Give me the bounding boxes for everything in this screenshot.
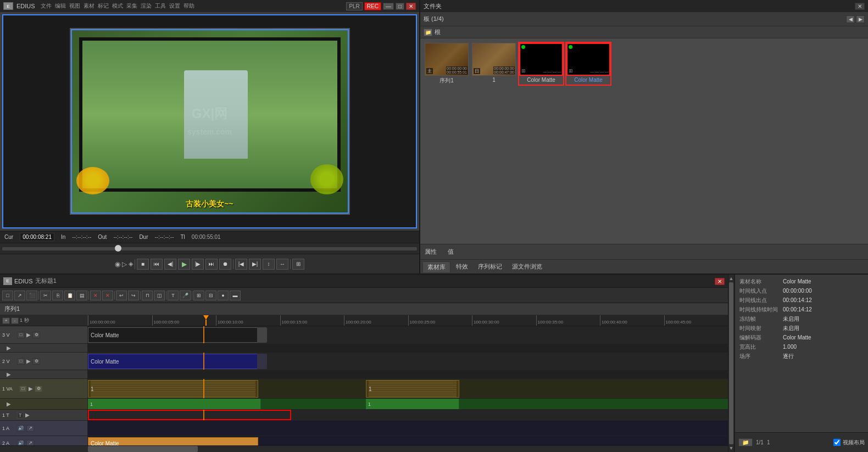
track-1va-settings-btn[interactable]: ⚙ [35, 386, 42, 392]
tl-btn-new[interactable]: □ [2, 291, 13, 300]
menu-render[interactable]: 渲染 [141, 2, 152, 10]
track-1va-sub-arrow[interactable]: ▶ [7, 401, 11, 407]
menu-view[interactable]: 视图 [69, 2, 80, 10]
track-1t-type[interactable]: T [17, 412, 24, 418]
track-content-1va: 1 1 [88, 379, 728, 398]
track-2v-expand[interactable]: ▶ [26, 358, 31, 364]
track-2v-settings-btn[interactable]: ⚙ [32, 358, 40, 365]
ruler-zoom-in[interactable]: + [2, 317, 10, 324]
footer-tab-fx[interactable]: 特效 [452, 261, 472, 272]
track-1a-mute[interactable]: 🔊 [17, 425, 25, 432]
tl-btn-match[interactable]: ⊓ [142, 291, 153, 300]
bin-folder-icon[interactable]: 📁 [424, 29, 432, 36]
tl-btn-grid[interactable]: ⊞ [193, 291, 204, 300]
tl-btn-mix[interactable]: ⊟ [205, 291, 216, 300]
track-3v-sync-btn[interactable]: □ [17, 332, 25, 338]
transport-mark-in[interactable]: |◀ [235, 259, 247, 270]
vscroll-thumb[interactable] [729, 282, 733, 444]
minimize-btn[interactable]: — [383, 3, 394, 10]
tl-btn-redo[interactable]: ↪ [128, 291, 139, 300]
transport-record[interactable]: ⏺ [219, 259, 231, 270]
tl-btn-delete2[interactable]: ✕ [102, 291, 113, 300]
transport-clip-out[interactable]: ↔ [276, 259, 288, 270]
menu-settings[interactable]: 设置 [169, 2, 180, 10]
transport-next-fast[interactable]: ⏭ [205, 259, 218, 270]
tl-btn-delete1[interactable]: ✕ [90, 291, 101, 300]
clip-label-1va: 1 [91, 386, 94, 392]
bin-item-colormatte2[interactable]: ⊞ —:—:—:— Color Matte [566, 43, 610, 85]
track-2a-row: 2 A 🔊 ↗ Color Matte [0, 436, 728, 445]
scrubber-handle[interactable] [115, 245, 121, 252]
vscroll-down[interactable]: ▼ [729, 445, 734, 451]
menu-mode[interactable]: 模式 [112, 2, 123, 10]
transport-trim[interactable]: ⊞ [292, 259, 304, 270]
track-1va-expand[interactable]: ▶ [29, 386, 33, 392]
tl-btn-open[interactable]: ↗ [14, 291, 25, 300]
track-3v-expand[interactable]: ▶ [26, 332, 31, 338]
props-folder-icon[interactable]: 📁 [738, 438, 753, 447]
bin-item-sequence1[interactable]: 主 00:00:00:0000:00:55:01 序列1 [425, 43, 469, 85]
maximize-btn[interactable]: □ [396, 3, 404, 10]
menu-capture[interactable]: 采集 [126, 2, 137, 10]
tl-btn-monitor[interactable]: ▬ [230, 291, 241, 300]
transport-next[interactable]: |▶ [192, 259, 204, 270]
bin-close-btn[interactable]: ✕ [855, 3, 865, 10]
clip-1va-second[interactable]: 1 [366, 380, 459, 398]
menu-tools[interactable]: 工具 [155, 2, 166, 10]
track-1va-sync-btn[interactable]: □ [19, 386, 27, 392]
track-3v-settings-btn[interactable]: ⚙ [32, 332, 40, 338]
footer-tab-seqmark[interactable]: 序列标记 [474, 261, 507, 272]
ruler-zoom-out[interactable]: - [11, 317, 19, 324]
menu-mark[interactable]: 标记 [98, 2, 109, 10]
clip-2v-cm[interactable]: Color Matte [88, 354, 258, 369]
transport-stop[interactable]: ■ [137, 259, 149, 270]
track-2a-mute[interactable]: 🔊 [17, 440, 25, 446]
tl-btn-color[interactable]: ● [218, 291, 229, 300]
tl-btn-paste-special[interactable]: ▤ [76, 291, 87, 300]
track-1a-solo[interactable]: ↗ [26, 425, 34, 432]
track-2a-solo[interactable]: ↗ [26, 440, 34, 446]
tl-btn-copy[interactable]: ⎘ [52, 291, 63, 300]
tc-cur-value[interactable]: 00:00:08:21 [20, 233, 54, 241]
bin-nav-left[interactable]: ◀ [846, 15, 855, 23]
transport-play[interactable]: ▶ [178, 259, 190, 270]
track-2v-sync-btn[interactable]: □ [17, 358, 25, 365]
clip-3v-cm[interactable]: Color Matte [88, 327, 258, 343]
transport-ripple-icon[interactable]: ◉ [115, 260, 120, 268]
transport-clip-in[interactable]: ↕ [263, 259, 275, 270]
menu-asset[interactable]: 素材 [84, 2, 94, 10]
track-2v-sub-arrow[interactable]: ▶ [7, 371, 11, 377]
timeline-vscroll[interactable]: ▲ ▼ [728, 275, 735, 452]
transport-snap-icon[interactable]: ▷ [122, 260, 127, 268]
transport-prev-fast[interactable]: ⏮ [151, 259, 163, 270]
vscroll-up[interactable]: ▲ [729, 276, 734, 281]
tl-btn-paste[interactable]: 📋 [64, 291, 75, 300]
clip-1va-main[interactable]: 1 [88, 380, 258, 398]
transport-mark-out[interactable]: ▶| [249, 259, 261, 270]
tl-btn-text[interactable]: T [168, 291, 179, 300]
tl-btn-undo[interactable]: ↩ [116, 291, 127, 300]
menu-file[interactable]: 文件 [41, 2, 52, 10]
bin-item-colormatte1[interactable]: ⊞ —:—:—:— Color Matte [519, 43, 563, 85]
tl-btn-mic[interactable]: 🎤 [180, 291, 191, 300]
bin-nav-right[interactable]: ▶ [856, 15, 865, 23]
transport-mode-icon[interactable]: ◈ [129, 260, 133, 267]
tl-btn-cut[interactable]: ✂ [40, 291, 51, 300]
bin-item-clip1[interactable]: 日 00:00:00:0000:00:47:00 1 [472, 43, 516, 85]
menu-edit[interactable]: 编辑 [55, 2, 66, 10]
track-3v-sub-arrow[interactable]: ▶ [7, 345, 11, 351]
hscroll-thumb[interactable] [88, 446, 198, 452]
track-1t-expand[interactable]: ▶ [25, 412, 30, 418]
close-btn[interactable]: ✕ [406, 3, 416, 10]
menu-help[interactable]: 帮助 [183, 2, 194, 10]
timeline-close-btn[interactable]: ✕ [715, 278, 725, 285]
timeline-hscroll[interactable] [0, 445, 728, 452]
footer-tab-assets[interactable]: 素材库 [422, 261, 450, 272]
clip-2a-cm[interactable]: Color Matte [88, 437, 258, 445]
video-layout-checkbox[interactable] [833, 439, 841, 446]
transport-prev[interactable]: ◀| [164, 259, 176, 270]
scrubber-bar[interactable] [0, 243, 419, 254]
tl-btn-save[interactable]: ⬛ [26, 291, 37, 300]
footer-tab-srcbrowse[interactable]: 源文件浏览 [508, 261, 547, 272]
tl-btn-split[interactable]: ◫ [154, 291, 165, 300]
